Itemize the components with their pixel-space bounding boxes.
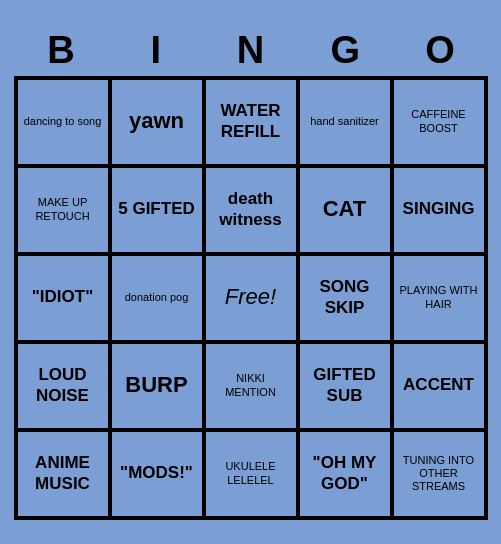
bingo-cell: UKULELE LELELEL — [204, 430, 298, 518]
bingo-cell: "MODS!" — [110, 430, 204, 518]
bingo-cell: yawn — [110, 78, 204, 166]
bingo-cell: ACCENT — [392, 342, 486, 430]
bingo-card: BINGO dancing to songyawnWATER REFILLhan… — [6, 17, 496, 528]
bingo-cell: "IDIOT" — [16, 254, 110, 342]
bingo-cell: ANIME MUSIC — [16, 430, 110, 518]
bingo-cell: Free! — [204, 254, 298, 342]
bingo-letter: O — [393, 25, 488, 76]
bingo-cell: SONG SKIP — [298, 254, 392, 342]
bingo-cell: WATER REFILL — [204, 78, 298, 166]
bingo-cell: TUNING INTO OTHER STREAMS — [392, 430, 486, 518]
bingo-cell: CAT — [298, 166, 392, 254]
bingo-cell: donation pog — [110, 254, 204, 342]
bingo-cell: CAFFEINE BOOST — [392, 78, 486, 166]
bingo-cell: BURP — [110, 342, 204, 430]
bingo-cell: hand sanitizer — [298, 78, 392, 166]
bingo-header: BINGO — [14, 25, 488, 76]
bingo-cell: PLAYING WITH HAIR — [392, 254, 486, 342]
bingo-cell: NIKKI MENTION — [204, 342, 298, 430]
bingo-cell: "OH MY GOD" — [298, 430, 392, 518]
bingo-grid: dancing to songyawnWATER REFILLhand sani… — [14, 76, 488, 520]
bingo-cell: death witness — [204, 166, 298, 254]
bingo-letter: B — [14, 25, 109, 76]
bingo-cell: GIFTED SUB — [298, 342, 392, 430]
bingo-cell: dancing to song — [16, 78, 110, 166]
bingo-cell: MAKE UP RETOUCH — [16, 166, 110, 254]
bingo-cell: 5 GIFTED — [110, 166, 204, 254]
bingo-letter: G — [298, 25, 393, 76]
bingo-letter: I — [108, 25, 203, 76]
bingo-letter: N — [203, 25, 298, 76]
bingo-cell: LOUD NOISE — [16, 342, 110, 430]
bingo-cell: SINGING — [392, 166, 486, 254]
